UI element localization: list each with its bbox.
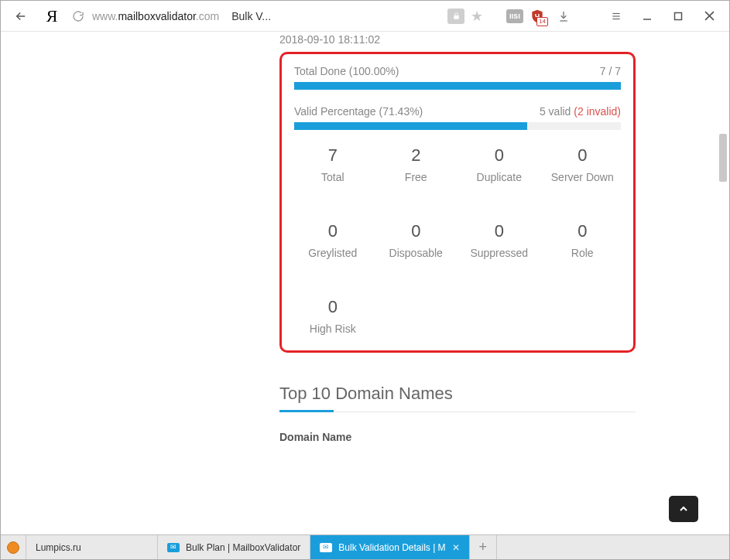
stat-greylisted: 0Greylisted: [294, 221, 372, 260]
browser-toolbar: Я www.mailboxvalidator.com Bulk V... ★ ı…: [1, 1, 729, 32]
results-highlight-frame: Total Done (100.00%) 7 / 7 Valid Percent…: [279, 52, 636, 353]
total-done-row: Total Done (100.00%) 7 / 7: [294, 65, 621, 77]
mail-icon: ✉: [167, 543, 180, 552]
scroll-to-top-button[interactable]: [669, 496, 698, 522]
lock-icon[interactable]: [447, 9, 464, 24]
stat-total: 7Total: [294, 145, 372, 184]
domain-name-column-header: Domain Name: [279, 431, 636, 443]
valid-pct-row: Valid Percentage (71.43%) 5 valid (2 inv…: [294, 105, 621, 118]
stat-server-down: 0Server Down: [544, 145, 622, 184]
yandex-logo-icon[interactable]: Я: [39, 5, 64, 27]
stat-duplicate: 0Duplicate: [461, 145, 538, 184]
valid-pct-progress: [294, 122, 621, 130]
taskbar-new-tab-button[interactable]: +: [470, 535, 498, 559]
total-done-label: Total Done (100.00%): [294, 65, 399, 77]
extension-adblock-icon[interactable]: Ч 14: [530, 8, 545, 25]
extension-lastfm-icon[interactable]: ıısı: [506, 9, 523, 23]
total-done-count: 7 / 7: [600, 65, 621, 77]
job-timestamp: 2018-09-10 18:11:02: [279, 33, 636, 46]
menu-button[interactable]: [604, 5, 629, 27]
start-orb-icon: [7, 541, 19, 554]
address-bar[interactable]: www.mailboxvalidator.com: [92, 5, 219, 27]
taskbar-start-item[interactable]: [1, 535, 26, 559]
total-done-progress-fill: [294, 82, 621, 90]
svg-rect-6: [675, 12, 682, 19]
stat-free: 2Free: [378, 145, 455, 184]
page-title-short: Bulk V...: [231, 10, 271, 22]
taskbar-item-lumpics[interactable]: Lumpics.ru: [26, 535, 158, 559]
scrollbar-track[interactable]: [716, 32, 727, 534]
taskbar-item-label: Lumpics.ru: [36, 542, 81, 553]
top-domains-heading: Top 10 Domain Names: [279, 384, 636, 412]
total-done-progress: [294, 82, 621, 90]
stat-role: 0Role: [544, 221, 622, 260]
bookmark-star-icon[interactable]: ★: [471, 8, 483, 25]
taskbar-item-label: Bulk Plan | MailboxValidator: [186, 542, 300, 553]
content-column: 2018-09-10 18:11:02 Total Done (100.00%)…: [279, 32, 636, 443]
os-taskbar: Lumpics.ru ✉ Bulk Plan | MailboxValidato…: [1, 534, 729, 559]
maximize-button[interactable]: [666, 5, 691, 27]
adblock-count-badge: 14: [536, 17, 548, 26]
mail-icon: ✉: [320, 543, 332, 552]
valid-pct-progress-fill: [294, 122, 527, 130]
back-button[interactable]: [9, 5, 33, 27]
valid-pct-counts: 5 valid (2 invalid): [540, 105, 621, 118]
stats-grid: 7Total 2Free 0Duplicate 0Server Down 0Gr…: [294, 145, 621, 336]
scrollbar-thumb[interactable]: [719, 134, 727, 182]
taskbar-item-bulk-validation[interactable]: ✉ Bulk Validation Details | M ✕: [310, 535, 469, 559]
svg-rect-0: [454, 15, 458, 19]
stat-high-risk: 0High Risk: [294, 297, 372, 336]
close-button[interactable]: [697, 5, 721, 27]
minimize-button[interactable]: [635, 5, 660, 27]
taskbar-item-label: Bulk Validation Details | M: [338, 542, 445, 553]
stat-disposable: 0Disposable: [378, 221, 455, 260]
page-viewport: 2018-09-10 18:11:02 Total Done (100.00%)…: [1, 32, 729, 534]
url-text: www.mailboxvalidator.com: [92, 10, 219, 22]
tab-close-icon[interactable]: ✕: [452, 542, 460, 553]
downloads-button[interactable]: [551, 5, 576, 27]
taskbar-item-bulk-plan[interactable]: ✉ Bulk Plan | MailboxValidator: [158, 535, 310, 559]
valid-pct-label: Valid Percentage (71.43%): [294, 105, 423, 118]
reload-button[interactable]: [70, 5, 86, 27]
browser-window: Я www.mailboxvalidator.com Bulk V... ★ ı…: [0, 0, 730, 560]
stat-suppressed: 0Suppressed: [461, 221, 538, 260]
